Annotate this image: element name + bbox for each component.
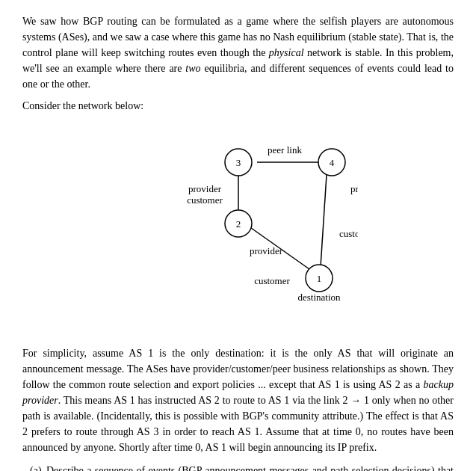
label-3-provider: provider	[188, 183, 221, 194]
questions-section: (a) Describe a sequence of events (BGP a…	[22, 463, 454, 471]
peer-link-label: peer link	[268, 144, 302, 156]
node-4-label: 4	[329, 157, 334, 168]
edge-4-1	[321, 175, 327, 267]
node-3-label: 3	[235, 157, 241, 168]
label-3-customer: customer	[187, 194, 223, 206]
intro-paragraph: We saw how BGP routing can be formulated…	[22, 13, 454, 92]
lower-paragraph: For simplicity, assume AS 1 is the only …	[22, 345, 454, 455]
diagram-svg: 3 4 2 1 peer link provider customer prov…	[119, 121, 358, 338]
destination-label: destination	[297, 292, 341, 303]
label-4-customer: customer	[339, 228, 358, 239]
label-1-customer: customer	[254, 275, 290, 286]
node-1-label: 1	[316, 273, 321, 284]
physical-word: physical	[269, 47, 304, 58]
question-a-text: Describe a sequence of events (BGP annou…	[46, 463, 454, 471]
consider-text: Consider the network below:	[22, 98, 454, 114]
question-a-label: (a)	[30, 463, 46, 471]
label-2-provider: provider	[250, 245, 283, 256]
question-a: (a) Describe a sequence of events (BGP a…	[30, 463, 454, 471]
network-diagram: 3 4 2 1 peer link provider customer prov…	[22, 121, 454, 338]
label-4-provider: provider	[350, 183, 358, 194]
node-2-label: 2	[235, 218, 241, 230]
